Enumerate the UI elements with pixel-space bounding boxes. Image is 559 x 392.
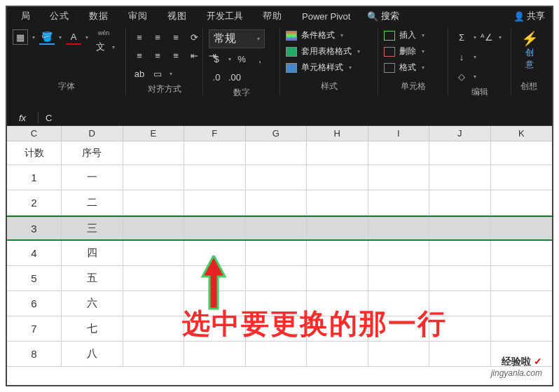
cell[interactable]: 六 xyxy=(62,291,123,316)
cell[interactable] xyxy=(246,241,308,265)
cell[interactable] xyxy=(184,141,246,164)
table-row[interactable]: 8 八 xyxy=(7,342,552,367)
tab-review[interactable]: 审阅 xyxy=(118,7,158,25)
cell[interactable] xyxy=(429,141,491,164)
cell[interactable]: 序号 xyxy=(62,141,123,164)
merge-drop-icon[interactable]: ▾ xyxy=(170,71,172,77)
cell[interactable] xyxy=(429,342,491,366)
col-header-d[interactable]: D xyxy=(62,126,123,141)
cell[interactable]: 一 xyxy=(62,165,123,190)
sort-drop-icon[interactable]: ▾ xyxy=(499,34,502,41)
cell[interactable] xyxy=(184,190,246,215)
cell[interactable]: 计数 xyxy=(7,141,62,164)
cell[interactable] xyxy=(123,291,185,316)
cell[interactable]: 3 xyxy=(7,217,62,239)
cell[interactable] xyxy=(368,342,430,366)
cell[interactable] xyxy=(307,165,368,190)
cell[interactable] xyxy=(307,190,368,215)
currency-drop-icon[interactable]: ▾ xyxy=(228,56,231,62)
indent-dec-button[interactable]: ⇤ xyxy=(186,48,202,63)
table-row[interactable]: 1 一 xyxy=(7,165,552,190)
cell[interactable] xyxy=(429,241,491,265)
clear-button[interactable]: ◇ xyxy=(454,69,469,84)
ideas-button[interactable]: ⚡ 创 意 xyxy=(517,29,542,71)
decimal-dec-button[interactable]: .00 xyxy=(227,69,242,85)
font-color-button[interactable]: A xyxy=(66,29,81,45)
cell[interactable]: 四 xyxy=(62,241,123,265)
col-header-g[interactable]: G xyxy=(246,126,308,141)
cell[interactable]: 三 xyxy=(62,217,123,239)
align-center-button[interactable]: ≡ xyxy=(150,48,165,63)
col-header-i[interactable]: I xyxy=(368,126,430,141)
cell[interactable] xyxy=(246,217,308,239)
number-format-drop-icon[interactable]: ▾ xyxy=(257,36,260,42)
border-button[interactable]: ▦ xyxy=(13,29,28,45)
cell[interactable] xyxy=(491,316,552,341)
phonetic-drop-icon[interactable]: ▾ xyxy=(112,44,115,50)
fill-color-button[interactable]: 🪣 xyxy=(39,29,55,45)
format-drop-icon[interactable]: ▾ xyxy=(422,64,425,71)
fx-icon[interactable]: fx xyxy=(7,113,38,123)
insert-drop-icon[interactable]: ▾ xyxy=(422,32,425,38)
cell[interactable] xyxy=(246,165,308,190)
cell[interactable]: 五 xyxy=(62,266,123,290)
cell[interactable] xyxy=(491,266,552,290)
cell[interactable] xyxy=(429,190,491,215)
sort-filter-button[interactable]: ᴬ∠ xyxy=(479,29,495,45)
table-row[interactable]: 计数 序号 xyxy=(7,141,552,165)
cell[interactable] xyxy=(491,141,552,164)
cell[interactable] xyxy=(123,165,185,190)
font-color-drop-icon[interactable]: ▾ xyxy=(85,34,88,41)
cell[interactable] xyxy=(123,141,185,164)
table-row-selected[interactable]: 3 三 xyxy=(7,216,552,241)
tab-layout[interactable]: 局 xyxy=(11,7,40,25)
number-format-select[interactable]: 常规 xyxy=(214,31,236,46)
cell[interactable] xyxy=(123,342,185,366)
align-right-button[interactable]: ≡ xyxy=(168,48,184,63)
table-row[interactable]: 5 五 xyxy=(7,266,552,291)
cell[interactable]: 7 xyxy=(7,316,62,341)
table-row[interactable]: 2 二 xyxy=(7,190,552,216)
cell[interactable] xyxy=(123,316,185,341)
cond-format-drop-icon[interactable]: ▾ xyxy=(340,32,343,38)
cell[interactable] xyxy=(184,165,246,190)
autosum-drop-icon[interactable]: ▾ xyxy=(474,34,476,41)
col-header-j[interactable]: J xyxy=(429,126,491,141)
col-header-h[interactable]: H xyxy=(307,126,368,141)
table-format-button[interactable]: 套用表格格式 ▾ xyxy=(286,46,372,57)
cell[interactable]: 5 xyxy=(7,266,62,290)
cell[interactable] xyxy=(184,342,246,366)
cell[interactable] xyxy=(246,342,308,366)
cell[interactable] xyxy=(246,141,308,164)
clear-drop-icon[interactable]: ▾ xyxy=(474,74,476,80)
cell[interactable] xyxy=(491,241,552,265)
cell[interactable] xyxy=(368,266,430,290)
cell[interactable] xyxy=(184,217,246,239)
search-box[interactable]: 🔍 搜索 xyxy=(360,10,406,22)
insert-button[interactable]: 插入 ▾ xyxy=(384,29,442,41)
tab-help[interactable]: 帮助 xyxy=(253,7,292,25)
autosum-button[interactable]: Σ xyxy=(454,29,469,45)
percent-button[interactable]: % xyxy=(234,51,249,66)
cell[interactable]: 2 xyxy=(7,190,62,215)
fill-drop-icon[interactable]: ▾ xyxy=(474,54,476,60)
align-middle-button[interactable]: ≡ xyxy=(150,29,165,45)
table-row[interactable]: 4 四 xyxy=(7,241,552,266)
delete-drop-icon[interactable]: ▾ xyxy=(422,48,425,55)
cell[interactable]: 8 xyxy=(7,342,62,366)
cell[interactable] xyxy=(429,266,491,290)
share-button[interactable]: 👤 共享 xyxy=(506,7,552,25)
wrap-button[interactable]: ab xyxy=(132,66,147,81)
cell[interactable] xyxy=(246,190,308,215)
cell[interactable] xyxy=(307,266,368,290)
cell[interactable] xyxy=(123,217,185,239)
fill-button[interactable]: ↓ xyxy=(454,49,469,64)
cell[interactable] xyxy=(491,190,552,215)
tab-devtools[interactable]: 开发工具 xyxy=(197,7,253,25)
conditional-format-button[interactable]: 条件格式 ▾ xyxy=(286,29,372,41)
cell[interactable]: 二 xyxy=(62,190,123,215)
cell[interactable] xyxy=(307,141,368,164)
tab-formulas[interactable]: 公式 xyxy=(40,7,79,25)
align-top-button[interactable]: ≡ xyxy=(132,29,147,45)
cell[interactable] xyxy=(429,217,491,239)
